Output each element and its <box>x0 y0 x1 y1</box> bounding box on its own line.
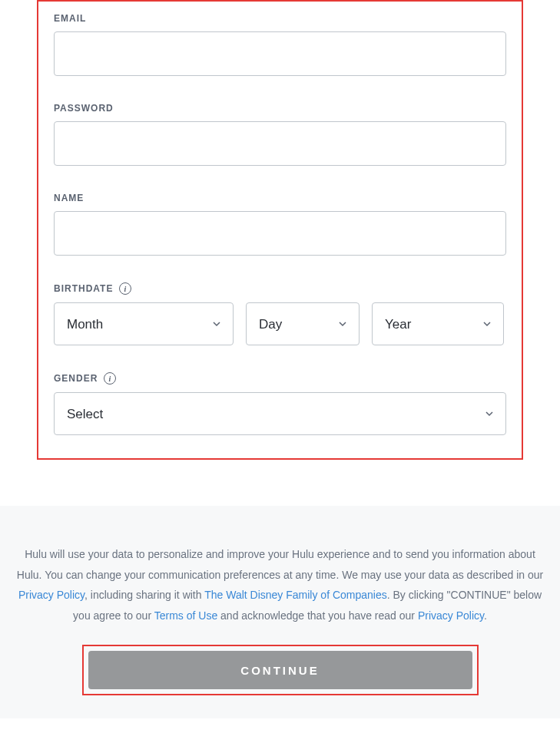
email-field-group: EMAIL <box>54 13 506 76</box>
birthdate-label: BIRTHDATE i <box>54 282 506 295</box>
birthdate-field-group: BIRTHDATE i Month Day Year <box>54 282 506 345</box>
gender-select-wrapper: Select <box>54 392 506 435</box>
month-select-wrapper: Month <box>54 302 234 345</box>
password-label: PASSWORD <box>54 103 506 114</box>
continue-button[interactable]: CONTINUE <box>88 651 472 689</box>
email-label: EMAIL <box>54 13 506 24</box>
gender-label-text: GENDER <box>54 373 98 384</box>
name-label: NAME <box>54 193 506 203</box>
birthdate-label-text: BIRTHDATE <box>54 283 113 294</box>
year-select-wrapper: Year <box>372 302 504 345</box>
email-input[interactable] <box>54 31 506 76</box>
legal-text-2: , including sharing it with <box>84 589 204 601</box>
disney-companies-link[interactable]: The Walt Disney Family of Companies <box>204 589 387 601</box>
gender-select[interactable]: Select <box>54 392 506 435</box>
legal-text-5: . <box>484 609 487 622</box>
gender-label: GENDER i <box>54 372 506 385</box>
legal-text: Hulu will use your data to personalize a… <box>15 544 545 626</box>
info-icon[interactable]: i <box>119 282 131 295</box>
year-select[interactable]: Year <box>372 302 504 345</box>
month-select[interactable]: Month <box>54 302 234 345</box>
password-field-group: PASSWORD <box>54 103 506 166</box>
name-field-group: NAME <box>54 193 506 256</box>
continue-wrapper: CONTINUE <box>82 645 479 695</box>
day-select[interactable]: Day <box>246 302 360 345</box>
gender-field-group: GENDER i Select <box>54 372 506 435</box>
birthdate-row: Month Day Year <box>54 302 506 345</box>
name-input[interactable] <box>54 211 506 256</box>
legal-text-4: and acknowledge that you have read our <box>217 609 418 622</box>
password-input[interactable] <box>54 121 506 166</box>
terms-of-use-link[interactable]: Terms of Use <box>154 609 217 622</box>
legal-text-1: Hulu will use your data to personalize a… <box>17 548 543 581</box>
footer-section: Hulu will use your data to personalize a… <box>0 506 560 718</box>
privacy-policy-link-2[interactable]: Privacy Policy <box>418 609 484 622</box>
privacy-policy-link[interactable]: Privacy Policy <box>18 589 84 601</box>
signup-form: EMAIL PASSWORD NAME BIRTHDATE i Month Da… <box>37 0 523 460</box>
info-icon[interactable]: i <box>104 372 116 385</box>
day-select-wrapper: Day <box>246 302 360 345</box>
